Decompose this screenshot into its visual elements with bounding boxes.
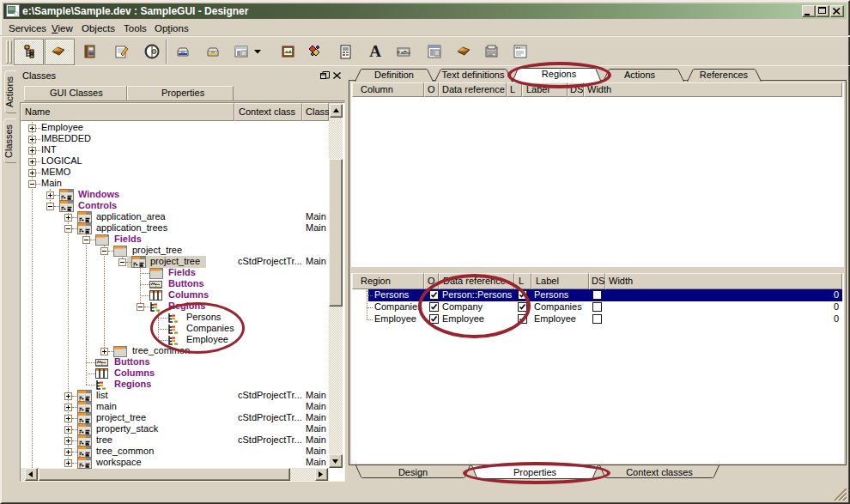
svg-text:A: A: [369, 44, 381, 59]
svg-text:KaBu: KaBu: [398, 50, 410, 55]
